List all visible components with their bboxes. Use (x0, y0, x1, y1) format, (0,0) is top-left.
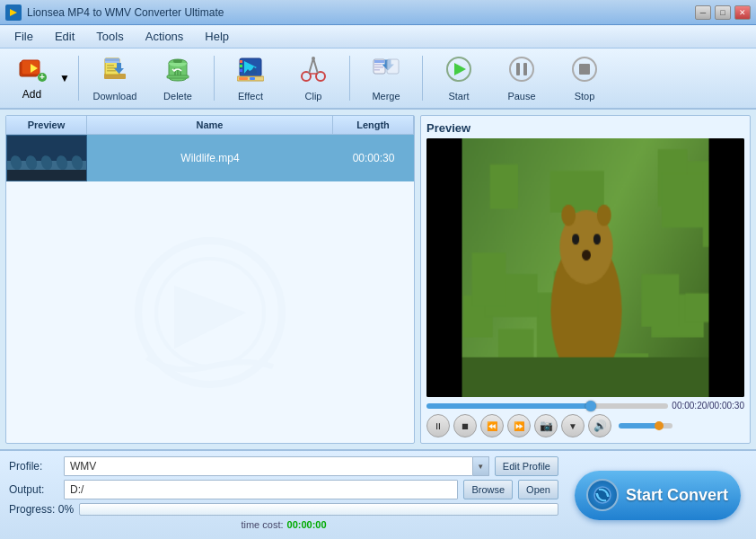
open-button[interactable]: Open (518, 480, 558, 499)
download-label: Download (93, 91, 137, 102)
progress-label: Progress: 0% (9, 503, 74, 516)
profile-wrapper: ▼ (64, 456, 489, 476)
svg-line-30 (313, 58, 318, 74)
file-thumbnail (6, 135, 87, 181)
add-dropdown-arrow[interactable]: ▼ (57, 52, 73, 104)
rewind-ctrl[interactable]: ⏪ (480, 414, 504, 437)
output-input[interactable] (64, 480, 458, 499)
delete-button[interactable]: Delete (147, 52, 208, 104)
settings-ctrl[interactable]: ▼ (561, 414, 585, 437)
output-row: Output: Browse Open (9, 480, 558, 499)
time-cost-label: time cost: (241, 519, 283, 530)
delete-label: Delete (163, 91, 192, 102)
volume-slider[interactable] (619, 423, 672, 429)
controls-bar: ⏸ ⏹ ⏪ ⏩ 📷 ▼ 🔊 (426, 414, 744, 437)
bottom-right: Start Convert (567, 456, 747, 534)
time-total: 00:00:30 (709, 401, 744, 411)
stop-button[interactable]: Stop (554, 52, 615, 104)
bottom-left: Profile: ▼ Edit Profile Output: Browse O… (9, 456, 558, 534)
svg-rect-34 (374, 60, 384, 63)
progress-row: Progress: 0% (9, 503, 558, 516)
svg-rect-16 (173, 59, 182, 63)
menu-actions[interactable]: Actions (135, 28, 195, 45)
menubar: File Edit Tools Actions Help (0, 25, 756, 49)
menu-edit[interactable]: Edit (44, 28, 85, 45)
clip-button[interactable]: Clip (283, 52, 344, 104)
download-button[interactable]: Download (84, 52, 145, 104)
svg-rect-20 (240, 60, 242, 63)
maximize-button[interactable]: □ (715, 5, 731, 20)
edit-profile-button[interactable]: Edit Profile (495, 456, 558, 476)
svg-rect-44 (523, 63, 527, 75)
profile-input[interactable] (64, 456, 473, 476)
svg-rect-36 (374, 66, 383, 68)
add-button[interactable]: + Add (7, 52, 57, 104)
pause-button[interactable]: Pause (491, 52, 552, 104)
svg-rect-43 (516, 63, 520, 75)
col-name-header: Name (87, 116, 333, 134)
pause-label: Pause (507, 91, 535, 102)
stop-ctrl[interactable]: ⏹ (453, 414, 477, 437)
start-convert-label: Start Convert (626, 486, 728, 505)
separator-3 (349, 56, 350, 101)
separator-4 (422, 56, 423, 101)
start-convert-button[interactable]: Start Convert (575, 471, 741, 520)
start-convert-icon (586, 479, 619, 511)
menu-file[interactable]: File (4, 28, 44, 45)
table-row[interactable]: Wildlife.mp4 00:00:30 (6, 135, 414, 181)
menu-tools[interactable]: Tools (85, 28, 134, 45)
forward-ctrl[interactable]: ⏩ (507, 414, 531, 437)
profile-row: Profile: ▼ Edit Profile (9, 456, 558, 476)
separator-2 (214, 56, 215, 101)
screenshot-ctrl[interactable]: 📷 (534, 414, 558, 437)
window-title: Lionsea MP4 to WMV Converter Ultimate (27, 6, 695, 19)
progress-bar (79, 503, 558, 516)
time-cost-row: time cost: 00:00:00 (9, 519, 558, 530)
svg-rect-10 (105, 61, 119, 63)
watermark (6, 181, 414, 443)
col-preview-header: Preview (6, 116, 87, 134)
play-pause-ctrl[interactable]: ⏸ (426, 414, 450, 437)
profile-dropdown-arrow[interactable]: ▼ (473, 456, 489, 476)
separator-1 (78, 56, 79, 101)
col-length-header: Length (333, 116, 414, 134)
titlebar: Lionsea MP4 to WMV Converter Ultimate ─ … (0, 0, 756, 25)
effect-button[interactable]: Effect (220, 52, 281, 104)
merge-icon (372, 56, 400, 89)
svg-rect-21 (240, 65, 242, 67)
svg-marker-41 (454, 63, 466, 75)
file-length: 00:00:30 (333, 152, 414, 164)
svg-rect-22 (240, 69, 242, 72)
close-button[interactable]: ✕ (734, 5, 751, 20)
delete-icon (164, 56, 191, 89)
start-label: Start (448, 91, 469, 102)
bottom-bar: Profile: ▼ Edit Profile Output: Browse O… (0, 449, 756, 539)
browse-button[interactable]: Browse (463, 480, 513, 499)
svg-rect-46 (579, 64, 590, 75)
add-button-wrapper[interactable]: + Add ▼ (7, 52, 73, 104)
seekbar[interactable] (426, 403, 668, 409)
svg-rect-26 (250, 77, 255, 80)
download-icon (101, 56, 128, 89)
start-icon (445, 56, 472, 89)
menu-help[interactable]: Help (194, 28, 240, 45)
svg-marker-49 (174, 286, 246, 349)
main-content: Preview Name Length Wildlife.mp4 00:00:3… (0, 110, 756, 449)
clip-icon (300, 56, 327, 89)
pause-icon (508, 56, 535, 89)
seekbar-thumb[interactable] (585, 401, 596, 411)
effect-label: Effect (238, 91, 263, 102)
minimize-button[interactable]: ─ (695, 5, 711, 20)
stop-icon (571, 56, 598, 89)
svg-rect-9 (105, 58, 119, 61)
svg-point-31 (312, 57, 315, 60)
svg-point-42 (510, 57, 533, 81)
volume-thumb[interactable] (655, 421, 664, 430)
volume-ctrl[interactable]: 🔊 (588, 414, 611, 437)
file-name: Wildlife.mp4 (87, 152, 333, 164)
output-label: Output: (9, 483, 58, 496)
clip-label: Clip (305, 91, 322, 102)
start-button[interactable]: Start (428, 52, 489, 104)
merge-button[interactable]: Merge (356, 52, 417, 104)
svg-text:+: + (40, 72, 45, 82)
